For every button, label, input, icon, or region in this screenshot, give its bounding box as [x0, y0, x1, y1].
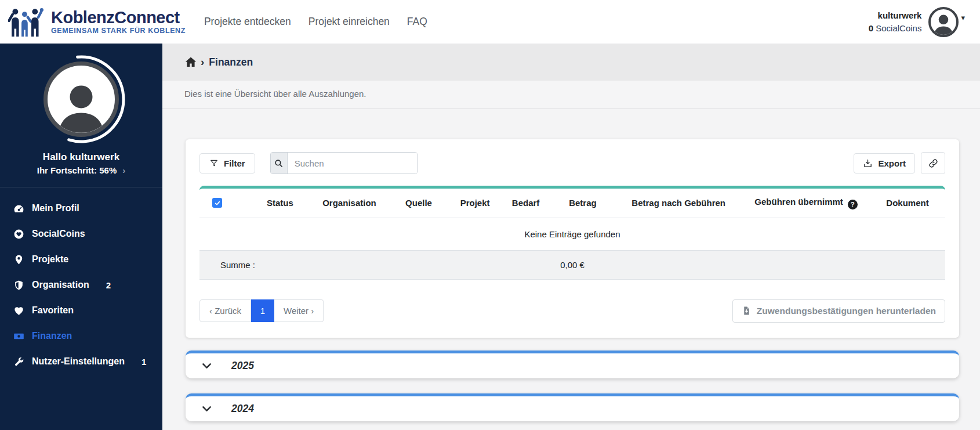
user-name: kulturwerk [869, 9, 922, 22]
help-circle-icon[interactable]: ? [848, 200, 858, 209]
chevron-right-icon: › [122, 165, 125, 175]
map-marker-icon [13, 254, 24, 265]
sidebar-item-label: Projekte [32, 254, 68, 265]
person-icon [931, 12, 956, 35]
pagination-row: ‹ Zurück 1 Weiter › Zuwendungsbestätigun… [199, 299, 945, 323]
search-group [270, 152, 418, 174]
download-tray-icon [863, 158, 873, 168]
filter-button[interactable]: Filter [199, 153, 255, 174]
logo[interactable]: KoblenzConnect GEMEINSAM STARK FÜR KOBLE… [8, 8, 186, 37]
sidebar-item-label: Finanzen [32, 331, 72, 341]
card-toolbar: Filter Export [199, 152, 945, 174]
user-socialcoins: 0 SocialCoins [869, 22, 922, 35]
sidebar-item-finanzen[interactable]: Finanzen [0, 323, 162, 349]
column-header-status[interactable]: Status [249, 189, 310, 218]
breadcrumb: › Finanzen [162, 44, 980, 81]
breadcrumb-current: Finanzen [209, 56, 253, 68]
table-header-row: Status Organisation Quelle Projekt Bedar… [199, 189, 945, 218]
sum-value: 0,00 € [560, 260, 585, 270]
heart-icon [13, 305, 24, 316]
accordion-year-label: 2025 [231, 360, 254, 372]
person-icon [51, 78, 111, 133]
nav-projekte-entdecken[interactable]: Projekte entdecken [204, 16, 291, 28]
sidebar-badge: 2 [106, 280, 111, 290]
payouts-card: Filter Export [186, 139, 959, 338]
copy-link-button[interactable] [921, 152, 945, 174]
main-content: › Finanzen Dies ist eine Übersicht über … [162, 44, 980, 430]
sidebar-item-label: Favoriten [32, 305, 74, 316]
sidebar-item-favoriten[interactable]: Favoriten [0, 298, 162, 323]
chevron-down-icon [201, 403, 213, 415]
user-menu[interactable]: kulturwerk 0 SocialCoins ▾ [869, 7, 965, 37]
coin-label: SocialCoins [876, 23, 921, 33]
column-header-organisation[interactable]: Organisation [311, 189, 389, 218]
export-button-label: Export [878, 158, 906, 168]
select-all-checkbox[interactable] [212, 198, 222, 208]
payouts-table: Status Organisation Quelle Projekt Bedar… [199, 186, 945, 280]
logo-title: KoblenzConnect [51, 9, 186, 26]
empty-row: Keine Einträge gefunden [199, 218, 945, 250]
download-button-label: Zuwendungsbestätigungen herunterladen [757, 306, 936, 316]
nav-faq[interactable]: FAQ [407, 16, 427, 28]
sidebar-item-label: Mein Profil [32, 203, 79, 214]
sum-row: Summe : 0,00 € [199, 250, 945, 279]
accordion-2025[interactable]: 2025 [186, 350, 959, 378]
link-icon [928, 158, 938, 168]
profile-avatar-ring[interactable] [36, 54, 126, 144]
coin-count: 0 [869, 23, 873, 33]
column-header-dokument[interactable]: Dokument [870, 189, 945, 218]
search-input[interactable] [288, 153, 417, 174]
export-button[interactable]: Export [854, 153, 915, 174]
filter-button-label: Filter [224, 158, 245, 168]
sidebar-item-organisation[interactable]: Organisation 2 [0, 272, 162, 298]
page-description: Dies ist eine Übersicht über alle Auszah… [162, 81, 980, 109]
pagination: ‹ Zurück 1 Weiter › [199, 299, 324, 322]
sidebar-profile: Hallo kulturwerk Ihr Fortschritt: 56%› [0, 44, 162, 175]
home-icon[interactable] [184, 56, 197, 68]
column-header-betrag-nach-gebuehren[interactable]: Betrag nach Gebühren [615, 189, 742, 218]
profile-progress[interactable]: Ihr Fortschritt: 56%› [0, 165, 162, 175]
top-nav: Projekte entdecken Projekt einreichen FA… [204, 16, 427, 28]
check-icon [214, 200, 221, 207]
caret-down-icon[interactable]: ▾ [961, 13, 965, 22]
sidebar-divider [0, 187, 162, 187]
sidebar-menu: Mein Profil SocialCoins Projekte Organis… [0, 192, 162, 378]
sidebar-greeting: Hallo kulturwerk [0, 151, 162, 163]
shield-icon [13, 279, 24, 291]
progress-label: Ihr Fortschritt: 56% [37, 165, 117, 175]
sidebar-badge: 1 [141, 357, 146, 367]
column-header-projekt[interactable]: Projekt [449, 189, 501, 218]
column-header-bedarf[interactable]: Bedarf [500, 189, 550, 218]
chevron-down-icon [201, 360, 213, 372]
accordion-2024[interactable]: 2024 [186, 393, 959, 421]
column-header-betrag[interactable]: Betrag [551, 189, 615, 218]
sidebar-item-label: Nutzer-Einstellungen [32, 356, 125, 367]
sum-label: Summe : [220, 260, 255, 270]
search-icon [271, 153, 288, 174]
sidebar-item-label: SocialCoins [32, 229, 85, 239]
funnel-icon [209, 158, 219, 168]
coin-heart-icon [13, 228, 24, 240]
empty-message: Keine Einträge gefunden [199, 218, 945, 250]
pagination-current-page[interactable]: 1 [251, 299, 274, 322]
file-download-icon [742, 306, 752, 316]
wrench-icon [13, 356, 24, 367]
breadcrumb-separator: › [201, 56, 204, 68]
logo-tagline: GEMEINSAM STARK FÜR KOBLENZ [51, 27, 186, 35]
column-header-gebuehren-uebernimmt[interactable]: Gebühren übernimmt? [742, 189, 870, 218]
sidebar-item-socialcoins[interactable]: SocialCoins [0, 221, 162, 247]
pagination-prev-button[interactable]: ‹ Zurück [199, 299, 251, 322]
profile-avatar[interactable] [43, 62, 119, 137]
sidebar: Hallo kulturwerk Ihr Fortschritt: 56%› M… [0, 44, 162, 430]
column-header-quelle[interactable]: Quelle [388, 189, 449, 218]
sidebar-item-projekte[interactable]: Projekte [0, 247, 162, 272]
sidebar-item-nutzer-einstellungen[interactable]: Nutzer-Einstellungen 1 [0, 349, 162, 374]
nav-projekt-einreichen[interactable]: Projekt einreichen [308, 16, 390, 28]
user-avatar[interactable] [928, 7, 959, 37]
pagination-next-button[interactable]: Weiter › [274, 299, 324, 322]
download-confirmations-button[interactable]: Zuwendungsbestätigungen herunterladen [732, 299, 945, 323]
accordion-year-label: 2024 [231, 403, 254, 415]
top-header: KoblenzConnect GEMEINSAM STARK FÜR KOBLE… [0, 0, 980, 44]
sidebar-item-mein-profil[interactable]: Mein Profil [0, 196, 162, 221]
sidebar-item-label: Organisation [32, 280, 89, 290]
